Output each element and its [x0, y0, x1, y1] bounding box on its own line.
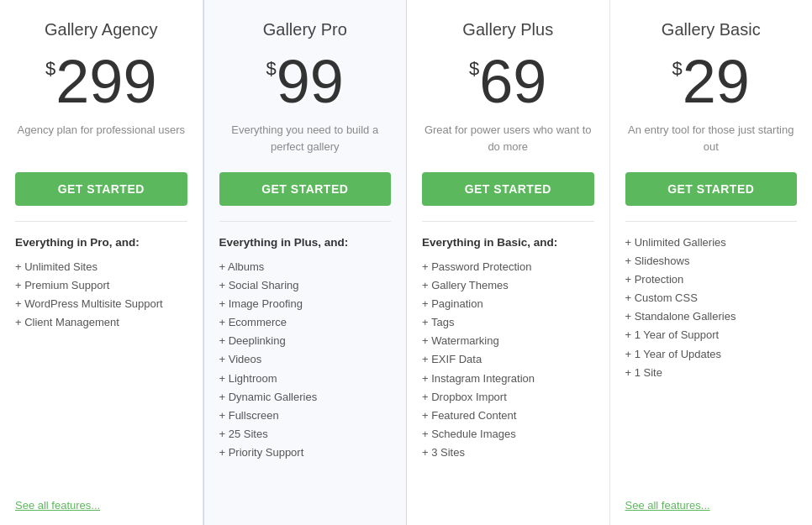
- feature-item: + Unlimited Galleries: [625, 234, 798, 252]
- see-all-features-link-agency[interactable]: See all features...: [15, 499, 187, 512]
- feature-item: + Dropbox Import: [422, 388, 594, 407]
- feature-item: + Albums: [219, 258, 392, 276]
- currency-symbol: $: [45, 60, 55, 78]
- feature-item: + Deeplinking: [219, 332, 392, 350]
- price-amount: 99: [277, 48, 344, 115]
- plan-desc-plus: Great for power users who want to do mor…: [422, 122, 594, 157]
- feature-item: + Tags: [422, 313, 594, 332]
- feature-item: + Image Proofing: [219, 295, 392, 313]
- currency-symbol: $: [672, 60, 683, 78]
- plan-desc-pro: Everything you need to build a perfect g…: [219, 122, 392, 157]
- features-heading: Everything in Pro, and:: [15, 234, 187, 253]
- plan-name-plus: Gallery Plus: [422, 20, 594, 39]
- plan-divider-basic: [625, 221, 798, 222]
- plan-divider-pro: [219, 221, 392, 222]
- features-list-pro: Everything in Plus, and:+ Albums+ Social…: [219, 234, 392, 512]
- price-amount: 299: [55, 48, 156, 115]
- feature-item: + Fullscreen: [219, 407, 392, 425]
- plan-name-agency: Gallery Agency: [15, 20, 187, 39]
- get-started-button-plus[interactable]: GET STARTED: [422, 172, 594, 206]
- plan-divider-agency: [15, 221, 187, 222]
- plan-price-basic: $29: [625, 51, 798, 112]
- feature-item: + Instagram Integration: [422, 370, 594, 388]
- price-amount: 69: [479, 48, 546, 115]
- get-started-button-basic[interactable]: GET STARTED: [625, 172, 798, 206]
- plan-desc-basic: An entry tool for those just starting ou…: [625, 122, 798, 157]
- plan-price-agency: $299: [15, 51, 187, 112]
- price-amount: 29: [683, 48, 750, 115]
- plan-divider-plus: [422, 221, 594, 222]
- feature-item: + Protection: [625, 270, 798, 289]
- plan-name-basic: Gallery Basic: [625, 20, 798, 39]
- feature-item: + Watermarking: [422, 332, 594, 350]
- feature-item: + Pagination: [422, 295, 594, 313]
- feature-item: + Social Sharing: [219, 276, 392, 295]
- feature-item: + Videos: [219, 350, 392, 369]
- feature-item: + Dynamic Galleries: [219, 388, 392, 407]
- feature-item: + Password Protection: [422, 258, 594, 276]
- feature-item: + 25 Sites: [219, 425, 392, 444]
- plan-price-pro: $99: [219, 51, 392, 112]
- feature-item: + Featured Content: [422, 407, 594, 425]
- pricing-table: Gallery Agency$299Agency plan for profes…: [0, 0, 812, 525]
- features-heading: Everything in Basic, and:: [422, 234, 594, 253]
- plan-name-pro: Gallery Pro: [219, 20, 392, 39]
- feature-item: + WordPress Multisite Support: [15, 295, 187, 313]
- currency-symbol: $: [266, 60, 277, 78]
- feature-item: + Priority Support: [219, 444, 392, 462]
- currency-symbol: $: [469, 60, 479, 78]
- feature-item: + Standalone Galleries: [625, 307, 798, 326]
- feature-item: + 3 Sites: [422, 444, 594, 462]
- plan-agency: Gallery Agency$299Agency plan for profes…: [0, 0, 203, 525]
- feature-item: + Client Management: [15, 313, 187, 332]
- feature-item: + Lightroom: [219, 370, 392, 388]
- feature-item: + 1 Site: [625, 364, 798, 382]
- feature-item: + Premium Support: [15, 276, 187, 295]
- get-started-button-agency[interactable]: GET STARTED: [15, 172, 187, 206]
- plan-pro: Gallery Pro$99Everything you need to bui…: [203, 0, 408, 525]
- see-all-features-link-basic[interactable]: See all features...: [625, 499, 798, 512]
- features-heading: Everything in Plus, and:: [219, 234, 392, 253]
- feature-item: + Custom CSS: [625, 289, 798, 307]
- plan-plus: Gallery Plus$69Great for power users who…: [407, 0, 610, 525]
- feature-item: + Schedule Images: [422, 425, 594, 444]
- features-list-agency: Everything in Pro, and:+ Unlimited Sites…: [15, 234, 187, 491]
- get-started-button-pro[interactable]: GET STARTED: [219, 172, 392, 206]
- plan-price-plus: $69: [422, 51, 594, 112]
- feature-item: + 1 Year of Updates: [625, 345, 798, 364]
- features-list-basic: + Unlimited Galleries+ Slideshows+ Prote…: [625, 234, 798, 491]
- feature-item: + EXIF Data: [422, 350, 594, 369]
- feature-item: + 1 Year of Support: [625, 326, 798, 344]
- feature-item: + Slideshows: [625, 252, 798, 270]
- feature-item: + Ecommerce: [219, 313, 392, 332]
- feature-item: + Gallery Themes: [422, 276, 594, 295]
- features-list-plus: Everything in Basic, and:+ Password Prot…: [422, 234, 594, 512]
- plan-basic: Gallery Basic$29An entry tool for those …: [610, 0, 813, 525]
- feature-item: + Unlimited Sites: [15, 258, 187, 276]
- plan-desc-agency: Agency plan for professional users: [15, 122, 187, 157]
